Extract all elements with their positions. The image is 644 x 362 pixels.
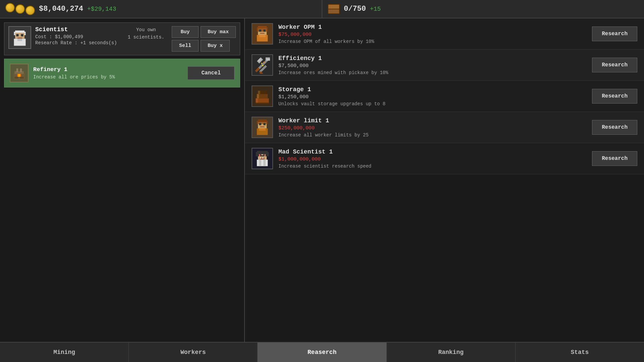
scientist-sprite: [10, 28, 29, 47]
svg-rect-21: [263, 29, 266, 32]
svg-rect-69: [257, 160, 268, 166]
svg-rect-24: [259, 35, 266, 37]
svg-rect-50: [259, 128, 266, 131]
svg-rect-22: [260, 33, 265, 34]
efficiency-name: Efficiency 1: [278, 55, 587, 62]
worker-limit-avatar: [252, 117, 273, 138]
svg-rect-67: [260, 158, 261, 159]
svg-rect-71: [263, 160, 266, 166]
worker-opm-cost: $75,000,000: [278, 32, 587, 38]
mad-scientist-desc: Increase scientist research speed: [278, 164, 587, 169]
nav-research[interactable]: Reaserch: [258, 343, 386, 362]
svg-rect-64: [263, 154, 264, 157]
worker-limit-details: Worker limit 1 $250,000,000 Increase all…: [278, 117, 587, 138]
sell-button[interactable]: Sell: [172, 40, 199, 52]
nav-mining[interactable]: Mining: [0, 343, 129, 362]
item-icon: [10, 64, 29, 82]
mad-scientist-avatar: [252, 148, 273, 169]
income-rate: +$29,143: [87, 6, 116, 12]
svg-rect-19: [258, 26, 267, 28]
coin-1: [5, 3, 15, 12]
svg-rect-54: [267, 152, 269, 157]
svg-rect-48: [260, 126, 265, 127]
svg-rect-14: [18, 74, 20, 77]
research-item-storage: Storage 1 $1,250,000 Unlocks vault stora…: [245, 81, 644, 112]
item-info: Refinery 1 Increase all ore prices by 5%: [33, 66, 183, 80]
svg-rect-1: [15, 31, 24, 33]
svg-rect-16: [20, 77, 24, 79]
scientist-cost: Cost : $1,000,499: [35, 34, 124, 40]
buy-buttons-container: Buy Buy max Sell Buy x: [172, 26, 236, 52]
buy-x-button[interactable]: Buy x: [201, 40, 230, 52]
mad-scientist-cost: $1,000,000,000: [278, 157, 587, 162]
svg-rect-47: [263, 123, 266, 125]
research-efficiency-button[interactable]: Research: [592, 58, 637, 72]
bottom-nav: Mining Workers Reaserch Ranking Stats: [0, 342, 644, 362]
svg-rect-63: [261, 155, 264, 156]
worker-opm-details: Worker OPM 1 $75,000,000 Increase OPM of…: [278, 24, 587, 44]
svg-rect-11: [16, 68, 18, 72]
svg-rect-56: [265, 151, 267, 152]
research-mad-scientist-button[interactable]: Research: [592, 151, 637, 166]
buy-row-1: Buy Buy max: [172, 26, 236, 38]
coin-icon: [5, 3, 35, 15]
item-description: Increase all ore prices by 5%: [33, 74, 183, 80]
worker-limit-name: Worker limit 1: [278, 117, 587, 124]
currency-amount: $8,040,274: [39, 5, 83, 13]
nav-workers[interactable]: Workers: [129, 343, 258, 362]
research-item-worker-opm: Worker OPM 1 $75,000,000 Increase OPM of…: [245, 18, 644, 50]
item-name: Refinery 1: [33, 66, 183, 73]
currency-section: $8,040,274 +$29,143: [0, 0, 322, 18]
svg-rect-37: [256, 99, 258, 103]
svg-rect-20: [259, 29, 261, 32]
cancel-button[interactable]: Cancel: [187, 66, 234, 80]
nav-stats[interactable]: Stats: [516, 343, 644, 362]
storage-income: +15: [370, 6, 381, 12]
coin-2: [15, 4, 25, 14]
worker-limit-desc: Increase all worker limits by 25: [278, 132, 587, 138]
storage-desc: Unlocks vault storage upgrades up to 8: [278, 101, 587, 107]
research-worker-opm-button[interactable]: Research: [592, 26, 637, 41]
svg-rect-41: [258, 91, 260, 94]
svg-rect-33: [261, 63, 262, 64]
storage-section: 0/750 +15: [322, 0, 644, 18]
mad-scientist-name: Mad Scientist 1: [278, 148, 587, 155]
svg-rect-46: [259, 123, 261, 125]
svg-rect-6: [17, 38, 22, 39]
svg-rect-12: [20, 68, 22, 72]
research-item-mad-scientist: Mad Scientist 1 $1,000,000,000 Increase …: [245, 143, 644, 174]
buy-max-button[interactable]: Buy max: [201, 26, 236, 38]
nav-ranking[interactable]: Ranking: [387, 343, 516, 362]
scientist-name: Scientist: [35, 26, 124, 33]
scientist-rate: Research Rate : +1 seconds(s): [35, 40, 124, 46]
right-panel: Worker OPM 1 $75,000,000 Increase OPM of…: [245, 18, 644, 342]
svg-rect-70: [259, 160, 261, 166]
svg-rect-62: [260, 154, 261, 157]
svg-rect-53: [256, 152, 258, 157]
svg-rect-2: [14, 32, 15, 36]
buy-button[interactable]: Buy: [172, 26, 199, 38]
svg-rect-68: [262, 158, 263, 159]
worker-opm-name: Worker OPM 1: [278, 24, 587, 31]
svg-rect-65: [266, 154, 267, 157]
coin-3: [25, 6, 35, 15]
worker-opm-avatar: [252, 23, 273, 45]
research-storage-button[interactable]: Research: [592, 89, 637, 104]
svg-rect-45: [258, 120, 267, 122]
svg-rect-4: [16, 34, 19, 37]
svg-rect-55: [258, 151, 260, 152]
storage-cost: $1,250,000: [278, 94, 587, 100]
scientist-card: Scientist Cost : $1,000,499 Research Rat…: [4, 22, 240, 55]
left-panel: Scientist Cost : $1,000,499 Research Rat…: [0, 18, 245, 342]
efficiency-details: Efficiency 1 $7,500,000 Increase ores mi…: [278, 55, 587, 75]
scientist-info: Scientist Cost : $1,000,499 Research Rat…: [35, 26, 124, 46]
research-item-worker-limit: Worker limit 1 $250,000,000 Increase all…: [245, 112, 644, 143]
svg-rect-3: [24, 32, 26, 36]
chest-icon: [328, 4, 340, 14]
research-worker-limit-button[interactable]: Research: [592, 120, 637, 135]
refinery-sprite: [12, 66, 26, 80]
svg-rect-5: [21, 34, 23, 37]
worker-opm-desc: Increase OPM of all workers by 10%: [278, 39, 587, 44]
svg-rect-15: [14, 77, 18, 79]
storage-details: Storage 1 $1,250,000 Unlocks vault stora…: [278, 86, 587, 107]
